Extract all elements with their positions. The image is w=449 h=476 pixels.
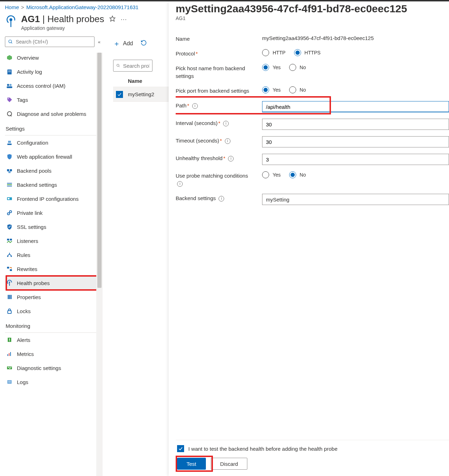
sidebar-item-metrics[interactable]: Metrics (5, 347, 103, 361)
sidebar-item-diagnostic-settings[interactable]: Diagnostic settings (5, 361, 103, 375)
radio-https[interactable]: HTTPS (294, 49, 321, 56)
input-interval[interactable] (262, 119, 449, 130)
svg-point-56 (117, 64, 119, 66)
sidebar-item-label: Diagnostic settings (17, 365, 61, 371)
sidebar-item-rules[interactable]: Rules (5, 248, 103, 262)
svg-rect-48 (9, 341, 10, 341)
sidebar-item-backend-settings[interactable]: Backend settings (5, 178, 103, 192)
svg-rect-45 (8, 311, 11, 313)
info-icon[interactable]: i (192, 103, 198, 109)
sidebar-item-configuration[interactable]: Configuration (5, 135, 103, 150)
test-checkbox-label: I want to test the backend health before… (188, 446, 337, 452)
sidebar-item-private-link[interactable]: Private link (5, 206, 103, 220)
sidebar-item-overview[interactable]: Overview (5, 51, 103, 65)
sidebar-item-health-probes[interactable]: Health probes (5, 276, 103, 290)
more-icon[interactable]: ⋯ (121, 15, 127, 23)
sidebar-item-locks[interactable]: Locks (5, 304, 103, 318)
input-unhealthy[interactable] (262, 154, 449, 165)
sidebar-item-diagnose-and-solve-problems[interactable]: Diagnose and solve problems (5, 107, 103, 121)
sidebar-scrollbar[interactable] (96, 53, 103, 476)
svg-rect-38 (10, 269, 12, 271)
svg-rect-31 (10, 239, 12, 240)
sidebar-item-web-application-firewall[interactable]: Web application firewall (5, 150, 103, 164)
svg-rect-43 (9, 295, 10, 299)
sidebar-item-label: Metrics (17, 351, 34, 357)
info-icon[interactable]: i (228, 156, 234, 161)
sidebar-item-label: Locks (17, 308, 31, 314)
breadcrumb-item[interactable]: Microsoft.ApplicationGateway-20220809171… (26, 4, 138, 10)
svg-rect-49 (7, 354, 8, 356)
label-timeout: Timeout (seconds)* i (176, 136, 259, 145)
input-timeout[interactable] (262, 136, 449, 147)
sidebar-item-rewrites[interactable]: Rewrites (5, 262, 103, 276)
info-icon[interactable]: i (225, 138, 230, 144)
sidebar-item-label: Private link (17, 210, 43, 216)
sidebar-item-activity-log[interactable]: Activity log (5, 65, 103, 79)
svg-rect-17 (7, 144, 12, 145)
label-pickhost: Pick host name from backend settings (176, 64, 259, 80)
bset-icon (6, 181, 13, 188)
refresh-icon[interactable] (141, 40, 147, 48)
sidebar-item-tags[interactable]: Tags (5, 93, 103, 107)
sidebar-item-alerts[interactable]: Alerts (5, 333, 103, 347)
svg-rect-44 (11, 295, 12, 299)
row-checkbox[interactable] (116, 91, 123, 98)
svg-rect-24 (7, 186, 12, 186)
probes-icon (6, 280, 13, 286)
config-icon (6, 139, 13, 146)
radio-pickhost-yes[interactable]: Yes (262, 64, 281, 71)
label-matching: Use probe matching conditionsi (176, 171, 259, 187)
app-gateway-icon (5, 14, 17, 28)
radio-pickport-no[interactable]: No (289, 86, 306, 93)
sidebar-item-frontend-ip-configurations[interactable]: Frontend IP configurations (5, 192, 103, 206)
favorite-icon[interactable] (109, 15, 116, 23)
sidebar-item-listeners[interactable]: Listeners (5, 234, 103, 248)
label-interval: Interval (seconds)* i (176, 119, 259, 127)
label-path: Path* i (176, 101, 259, 110)
probe-search-input[interactable] (123, 63, 149, 69)
svg-rect-21 (8, 171, 11, 173)
test-checkbox[interactable] (177, 445, 184, 452)
label-backend: Backend settings i (176, 194, 259, 202)
listeners-icon (6, 238, 13, 244)
sidebar-item-access-control-iam-[interactable]: Access control (IAM) (5, 79, 103, 93)
sidebar-item-label: Overview (17, 55, 39, 61)
svg-line-5 (11, 42, 12, 44)
sidebar-item-label: Alerts (17, 337, 30, 343)
panel-subtitle: AG1 (176, 15, 449, 21)
diag-icon (6, 365, 13, 371)
add-button[interactable]: ＋ Add (113, 39, 133, 48)
value-name: mySetting2aa43956-47cf-4f91-bd78-ec0eec1… (262, 34, 449, 41)
radio-matching-no[interactable]: No (289, 171, 306, 178)
probe-search[interactable] (113, 60, 152, 72)
svg-marker-13 (7, 98, 12, 102)
activity-icon (6, 68, 13, 75)
radio-pickport-yes[interactable]: Yes (262, 86, 281, 93)
sidebar-item-backend-pools[interactable]: Backend pools (5, 164, 103, 178)
sidebar-item-properties[interactable]: Properties (5, 290, 103, 304)
sidebar-search-input[interactable] (16, 39, 91, 45)
info-icon[interactable]: i (177, 181, 183, 187)
sidebar-item-label: Tags (17, 97, 28, 103)
svg-rect-23 (7, 184, 12, 185)
sidebar-item-label: Frontend IP configurations (17, 196, 79, 202)
radio-http[interactable]: HTTP (262, 49, 286, 56)
test-button[interactable]: Test (177, 458, 206, 470)
sidebar-item-ssl-settings[interactable]: SSL settings (5, 220, 103, 234)
info-icon[interactable]: i (223, 121, 229, 126)
svg-rect-42 (8, 295, 9, 299)
select-backend[interactable]: mySetting (262, 194, 449, 205)
rules-icon (6, 252, 13, 258)
input-path[interactable] (262, 101, 449, 112)
info-icon[interactable]: i (219, 196, 224, 201)
radio-matching-yes[interactable]: Yes (262, 171, 281, 178)
collapse-sidebar-icon[interactable]: « (98, 39, 100, 45)
privlink-icon (6, 210, 13, 216)
discard-button[interactable]: Discard (211, 458, 248, 470)
sidebar-search[interactable] (5, 37, 95, 47)
radio-pickhost-no[interactable]: No (289, 64, 306, 71)
sidebar-item-logs[interactable]: Logs (5, 375, 103, 389)
svg-rect-37 (7, 267, 9, 269)
breadcrumb-home[interactable]: Home (5, 4, 19, 10)
frontend-icon (6, 196, 13, 202)
